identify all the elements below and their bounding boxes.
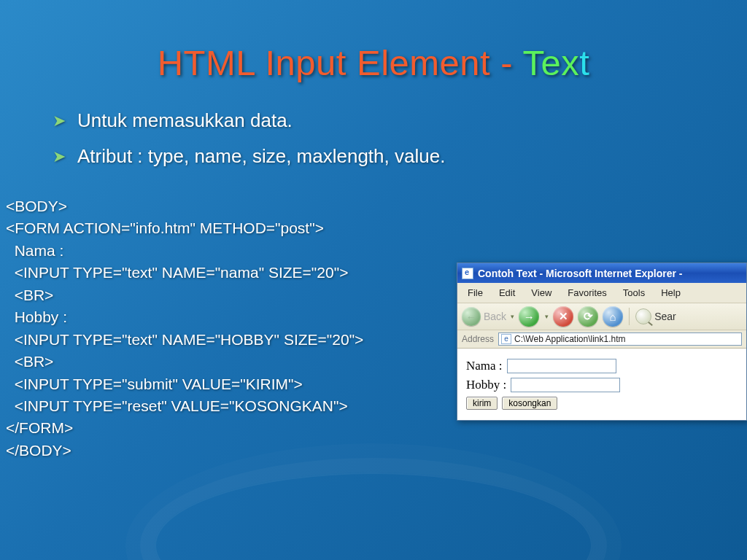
bullet-text: Untuk memasukkan data. (77, 109, 293, 132)
reset-button[interactable]: kosongkan (502, 397, 557, 410)
bullet-item: ➤ Untuk memasukkan data. (53, 109, 747, 132)
search-button[interactable]: Sear (635, 308, 676, 324)
bullet-text: Atribut : type, name, size, maxlength, v… (77, 145, 445, 168)
code-example: <BODY> <FORM ACTION="info.htm" METHOD="p… (6, 195, 363, 462)
title-part-green: Tex (522, 43, 579, 82)
toolbar-separator (629, 308, 630, 325)
ie-menubar: File Edit View Favorites Tools Help (457, 283, 746, 303)
background-ripple (155, 472, 592, 560)
hobby-input[interactable] (511, 378, 620, 392)
ie-address-bar: Address e C:\Web Application\link1.htm (457, 330, 746, 349)
ie-window-title: Contoh Text - Microsoft Internet Explore… (478, 268, 683, 279)
ie-page-content: Nama : Hobby : kirim kosongkan (457, 349, 746, 420)
form-button-row: kirim kosongkan (466, 397, 739, 410)
address-value: C:\Web Application\link1.htm (514, 334, 626, 344)
stop-button[interactable]: ✕ (553, 306, 573, 327)
address-input[interactable]: e C:\Web Application\link1.htm (498, 332, 742, 346)
menu-help[interactable]: Help (654, 286, 688, 300)
dropdown-caret-icon: ▾ (545, 313, 549, 320)
form-row-nama: Nama : (466, 359, 739, 373)
nama-input[interactable] (507, 359, 616, 373)
ie-window: Contoh Text - Microsoft Internet Explore… (457, 262, 747, 421)
address-label: Address (462, 334, 494, 344)
forward-button[interactable]: → (519, 306, 539, 327)
back-label: Back (484, 311, 506, 322)
submit-button[interactable]: kirim (466, 397, 498, 410)
ie-page-icon (462, 268, 473, 279)
form-row-hobby: Hobby : (466, 378, 739, 392)
arrow-icon: ➤ (53, 147, 66, 166)
title-part-cyan: t (579, 43, 589, 82)
back-arrow-icon: ← (462, 307, 481, 326)
menu-view[interactable]: View (524, 286, 559, 300)
search-icon (635, 308, 651, 324)
bullet-item: ➤ Atribut : type, name, size, maxlength,… (53, 145, 747, 168)
ie-titlebar: Contoh Text - Microsoft Internet Explore… (457, 263, 746, 283)
nama-label: Nama : (466, 359, 503, 373)
slide-title: HTML Input Element - Text (0, 0, 747, 83)
refresh-button[interactable]: ⟳ (578, 306, 598, 327)
page-icon: e (501, 334, 511, 344)
bullet-list: ➤ Untuk memasukkan data. ➤ Atribut : typ… (53, 109, 747, 168)
arrow-icon: ➤ (53, 112, 66, 131)
title-part-main: HTML Input Element - (158, 43, 523, 82)
dropdown-caret-icon: ▾ (511, 313, 514, 320)
menu-favorites[interactable]: Favorites (560, 286, 614, 300)
home-button[interactable]: ⌂ (603, 306, 623, 327)
ie-toolbar: ← Back ▾ → ▾ ✕ ⟳ ⌂ Sear (457, 303, 746, 330)
hobby-label: Hobby : (466, 378, 506, 392)
menu-edit[interactable]: Edit (492, 286, 522, 300)
back-button[interactable]: ← Back ▾ (462, 307, 514, 326)
menu-file[interactable]: File (460, 286, 490, 300)
search-label: Sear (654, 311, 676, 322)
menu-tools[interactable]: Tools (616, 286, 652, 300)
